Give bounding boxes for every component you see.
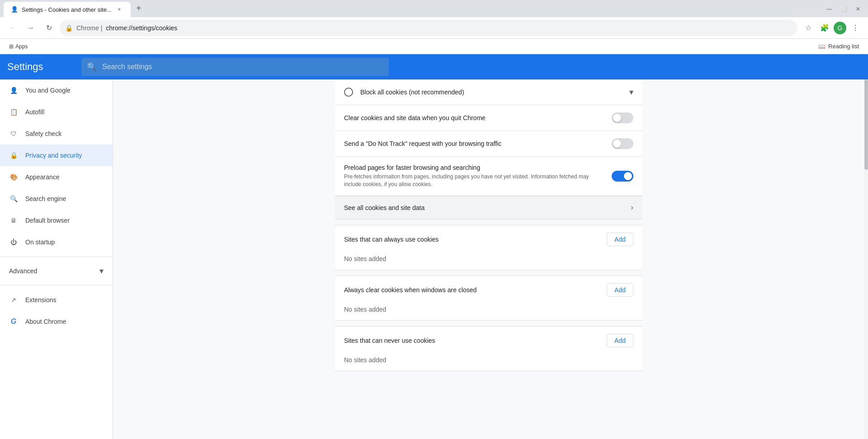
- see-all-cookies-row[interactable]: See all cookies and site data ›: [335, 196, 642, 220]
- block-all-cookies-chevron[interactable]: ▾: [629, 87, 633, 97]
- shield-icon: 🛡: [9, 129, 18, 138]
- sidebar-item-on-startup[interactable]: ⏻ On startup: [0, 231, 113, 253]
- bookmarks-bar: ⊞ Apps 📖 Reading list: [0, 39, 868, 54]
- menu-button[interactable]: ⋮: [848, 21, 863, 35]
- sidebar-item-you-and-google[interactable]: 👤 You and Google: [0, 79, 113, 101]
- sidebar-item-privacy-security[interactable]: 🔒 Privacy and security: [0, 145, 113, 166]
- profile-button[interactable]: G: [834, 22, 846, 34]
- chevron-down-icon: ▾: [99, 266, 104, 276]
- sites-always-empty: No sites added: [335, 250, 642, 270]
- sidebar-divider-2: [0, 285, 113, 285]
- do-not-track-content: Send a "Do Not Track" request with your …: [344, 140, 604, 147]
- block-all-cookies-label: Block all cookies (not recommended): [360, 89, 622, 96]
- do-not-track-label: Send a "Do Not Track" request with your …: [344, 140, 604, 147]
- startup-icon: ⏻: [9, 238, 18, 247]
- apps-bookmark[interactable]: ⊞ Apps: [5, 42, 31, 51]
- address-bar[interactable]: 🔒 Chrome | chrome://settings/cookies: [60, 20, 797, 36]
- settings-body: 👤 You and Google 📋 Autofill 🛡 Safety che…: [0, 79, 868, 439]
- nav-bar: ← → ↻ 🔒 Chrome | chrome://settings/cooki…: [0, 17, 868, 39]
- block-all-cookies-content: Block all cookies (not recommended): [360, 89, 622, 96]
- clear-cookies-label: Clear cookies and site data when you qui…: [344, 114, 604, 121]
- appearance-icon: 🎨: [9, 173, 18, 182]
- reading-list-icon: 📖: [818, 43, 826, 50]
- sidebar: 👤 You and Google 📋 Autofill 🛡 Safety che…: [0, 79, 113, 439]
- sidebar-divider: [0, 257, 113, 257]
- sidebar-advanced-section[interactable]: Advanced ▾: [0, 261, 113, 281]
- sites-always-add-button[interactable]: Add: [607, 233, 633, 246]
- clear-cookies-content: Clear cookies and site data when you qui…: [344, 114, 604, 121]
- always-clear-empty: No sites added: [335, 300, 642, 320]
- extensions-icon: ↗: [9, 295, 18, 304]
- block-all-cookies-radio[interactable]: [344, 88, 353, 97]
- sites-never-empty: No sites added: [335, 351, 642, 371]
- reload-button[interactable]: ↻: [42, 21, 56, 35]
- search-bar[interactable]: 🔍: [81, 58, 389, 76]
- sites-never-section: Sites that can never use cookies Add: [335, 327, 642, 351]
- scroll-track[interactable]: [864, 79, 868, 439]
- address-path: chrome://settings/cookies: [106, 24, 177, 32]
- clear-cookies-row[interactable]: Clear cookies and site data when you qui…: [335, 105, 642, 131]
- see-all-cookies-label: See all cookies and site data: [344, 204, 631, 211]
- preload-pages-label: Preload pages for faster browsing and se…: [344, 164, 604, 171]
- tab-close-button[interactable]: ×: [115, 5, 123, 14]
- lock-icon: 🔒: [9, 151, 18, 160]
- address-scheme: Chrome |: [76, 24, 102, 32]
- extensions-button[interactable]: 🧩: [817, 21, 832, 35]
- minimize-button[interactable]: —: [823, 3, 835, 15]
- default-browser-icon: 🖥: [9, 216, 18, 225]
- back-button[interactable]: ←: [5, 21, 20, 35]
- preload-pages-toggle[interactable]: [612, 171, 633, 182]
- apps-grid-icon: ⊞: [9, 43, 14, 50]
- active-tab[interactable]: 👤 Settings - Cookies and other site... ×: [4, 2, 131, 17]
- title-bar: 👤 Settings - Cookies and other site... ×…: [0, 0, 868, 17]
- about-chrome-icon: G: [9, 317, 18, 326]
- sites-never-add-button[interactable]: Add: [607, 334, 633, 347]
- sidebar-item-about-chrome[interactable]: G About Chrome: [0, 311, 113, 332]
- star-button[interactable]: ☆: [801, 21, 816, 35]
- toolbar-actions: ☆ 🧩 G ⋮: [801, 21, 863, 35]
- always-clear-section: Always clear cookies when windows are cl…: [335, 276, 642, 300]
- sidebar-item-search-engine[interactable]: 🔍 Search engine: [0, 188, 113, 210]
- clear-cookies-toggle[interactable]: [612, 112, 633, 123]
- sites-never-label: Sites that can never use cookies: [344, 337, 435, 344]
- do-not-track-toggle[interactable]: [612, 138, 633, 149]
- sidebar-item-extensions[interactable]: ↗ Extensions: [0, 289, 113, 311]
- close-button[interactable]: ✕: [852, 3, 864, 15]
- preload-pages-content: Preload pages for faster browsing and se…: [344, 164, 604, 188]
- block-all-cookies-row[interactable]: Block all cookies (not recommended) ▾: [335, 79, 642, 105]
- settings-title: Settings: [7, 61, 71, 73]
- always-clear-add-button[interactable]: Add: [607, 283, 633, 297]
- preload-pages-desc: Pre-fetches information from pages, incl…: [344, 173, 604, 188]
- window-controls: — ⬜ ✕: [823, 3, 864, 15]
- sidebar-item-default-browser[interactable]: 🖥 Default browser: [0, 210, 113, 231]
- tab-title: Settings - Cookies and other site...: [22, 6, 112, 13]
- see-all-cookies-arrow[interactable]: ›: [631, 203, 633, 212]
- content-inner: Block all cookies (not recommended) ▾ Cl…: [335, 79, 642, 389]
- browser-frame: 👤 Settings - Cookies and other site... ×…: [0, 0, 868, 439]
- main-content: Block all cookies (not recommended) ▾ Cl…: [113, 79, 864, 439]
- do-not-track-row[interactable]: Send a "Do Not Track" request with your …: [335, 131, 642, 156]
- sites-always-label: Sites that can always use cookies: [344, 236, 439, 243]
- scroll-thumb[interactable]: [864, 79, 868, 170]
- maximize-button[interactable]: ⬜: [837, 3, 850, 15]
- search-icon: 🔍: [87, 62, 97, 72]
- autofill-icon: 📋: [9, 107, 18, 117]
- search-engine-icon: 🔍: [9, 194, 18, 203]
- sidebar-item-autofill[interactable]: 📋 Autofill: [0, 101, 113, 123]
- person-icon: 👤: [9, 86, 18, 95]
- new-tab-button[interactable]: +: [132, 2, 145, 14]
- always-clear-label: Always clear cookies when windows are cl…: [344, 286, 476, 294]
- preload-pages-row[interactable]: Preload pages for faster browsing and se…: [335, 157, 642, 196]
- settings-page: Settings 🔍 👤 You and Google 📋 Autofill: [0, 54, 868, 439]
- forward-button[interactable]: →: [24, 21, 38, 35]
- sidebar-item-appearance[interactable]: 🎨 Appearance: [0, 166, 113, 188]
- search-input[interactable]: [102, 63, 383, 71]
- tab-favicon: 👤: [11, 6, 18, 13]
- sites-always-section: Sites that can always use cookies Add: [335, 225, 642, 250]
- settings-header: Settings 🔍: [0, 54, 868, 79]
- reading-list-button[interactable]: 📖 Reading list: [815, 41, 863, 51]
- sidebar-item-safety-check[interactable]: 🛡 Safety check: [0, 123, 113, 145]
